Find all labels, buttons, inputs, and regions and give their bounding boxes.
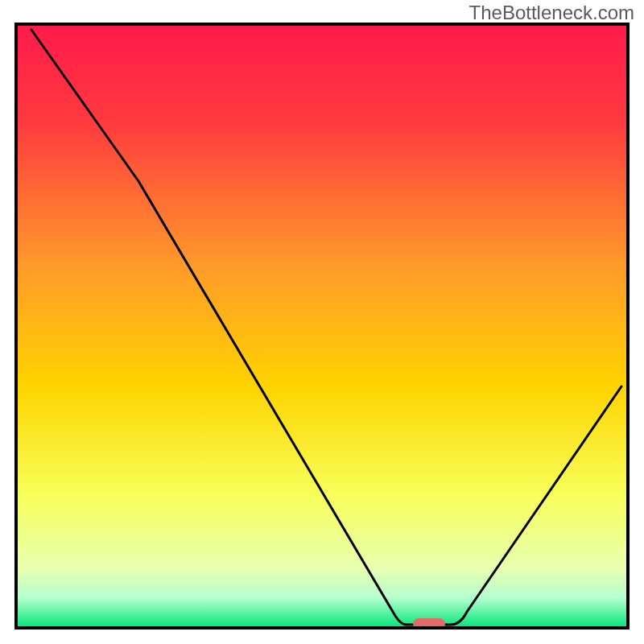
chart-frame: TheBottleneck.com <box>0 0 644 644</box>
plot-background <box>16 24 628 628</box>
chart-svg <box>0 0 644 644</box>
watermark-text: TheBottleneck.com <box>469 2 634 24</box>
